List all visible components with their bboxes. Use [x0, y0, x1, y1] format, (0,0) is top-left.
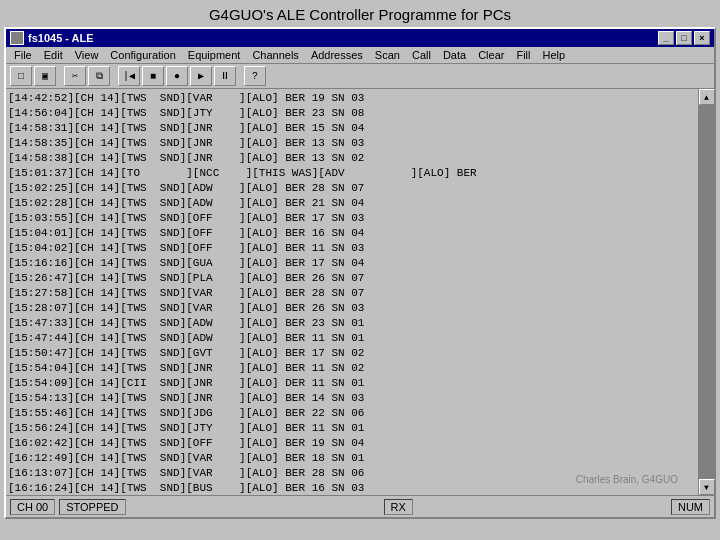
toolbar-rewind-button[interactable]: |◀ [118, 66, 140, 86]
app-title: G4GUO's ALE Controller Programme for PCs [0, 0, 720, 27]
menu-item-fill[interactable]: Fill [510, 48, 536, 62]
menu-item-scan[interactable]: Scan [369, 48, 406, 62]
main-window: fs1045 - ALE _ □ × FileEditViewConfigura… [4, 27, 716, 519]
toolbar-record-button[interactable]: ● [166, 66, 188, 86]
log-text: [14:42:52][CH 14][TWS SND][VAR ][ALO] BE… [8, 91, 698, 495]
channel-status: CH 00 [10, 499, 55, 515]
content-area: [14:42:52][CH 14][TWS SND][VAR ][ALO] BE… [6, 89, 714, 495]
toolbar-new-button[interactable]: □ [10, 66, 32, 86]
log-area: [14:42:52][CH 14][TWS SND][VAR ][ALO] BE… [6, 89, 698, 495]
maximize-button[interactable]: □ [676, 31, 692, 45]
toolbar-play-button[interactable]: ▶ [190, 66, 212, 86]
menu-bar: FileEditViewConfigurationEquipmentChanne… [6, 47, 714, 64]
window-icon [10, 31, 24, 45]
scroll-track[interactable] [699, 105, 714, 479]
toolbar-copy-button[interactable]: ⧉ [88, 66, 110, 86]
menu-item-call[interactable]: Call [406, 48, 437, 62]
scrollbar[interactable]: ▲ ▼ [698, 89, 714, 495]
minimize-button[interactable]: _ [658, 31, 674, 45]
watermark: Charles Brain, G4GUO [576, 474, 678, 485]
state-status: STOPPED [59, 499, 125, 515]
status-bar: CH 00 STOPPED RX NUM [6, 495, 714, 517]
menu-item-help[interactable]: Help [537, 48, 572, 62]
toolbar-help-button[interactable]: ? [244, 66, 266, 86]
window-title: fs1045 - ALE [28, 32, 94, 44]
toolbar-save-button[interactable]: ▣ [34, 66, 56, 86]
menu-item-edit[interactable]: Edit [38, 48, 69, 62]
menu-item-file[interactable]: File [8, 48, 38, 62]
toolbar-stop-button[interactable]: ■ [142, 66, 164, 86]
menu-item-configuration[interactable]: Configuration [104, 48, 181, 62]
close-button[interactable]: × [694, 31, 710, 45]
toolbar-pause-button[interactable]: ⏸ [214, 66, 236, 86]
menu-item-addresses[interactable]: Addresses [305, 48, 369, 62]
menu-item-channels[interactable]: Channels [246, 48, 304, 62]
title-bar-buttons: _ □ × [658, 31, 710, 45]
scroll-up-button[interactable]: ▲ [699, 89, 715, 105]
menu-item-equipment[interactable]: Equipment [182, 48, 247, 62]
menu-item-clear[interactable]: Clear [472, 48, 510, 62]
rx-status: RX [384, 499, 413, 515]
toolbar-cut-button[interactable]: ✂ [64, 66, 86, 86]
num-status: NUM [671, 499, 710, 515]
toolbar: □▣✂⧉|◀■●▶⏸? [6, 64, 714, 89]
scroll-down-button[interactable]: ▼ [699, 479, 715, 495]
title-bar: fs1045 - ALE _ □ × [6, 29, 714, 47]
menu-item-view[interactable]: View [69, 48, 105, 62]
menu-item-data[interactable]: Data [437, 48, 472, 62]
